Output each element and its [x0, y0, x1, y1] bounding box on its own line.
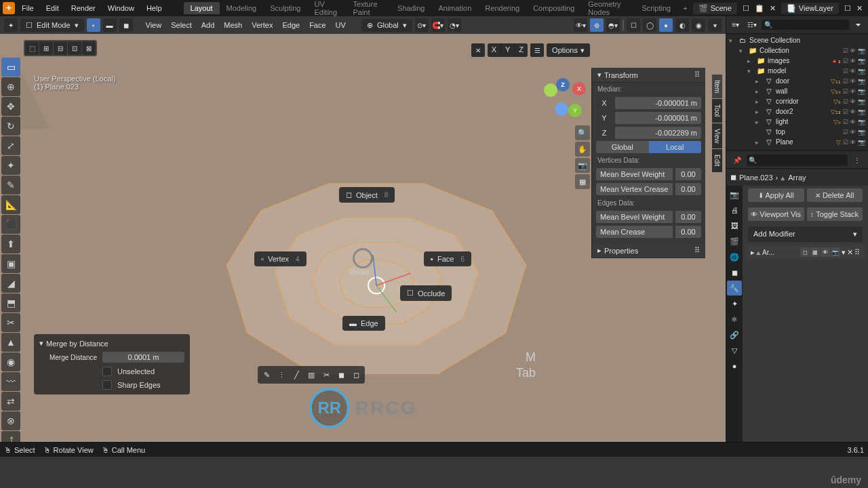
ptab-modifier[interactable]: 🔧 — [727, 281, 742, 296]
axis-y[interactable]: Y — [501, 43, 515, 57]
select-box-icon[interactable]: ⬚ — [25, 41, 39, 55]
viewlayer-new-icon[interactable]: ☐ — [844, 4, 851, 13]
tool-annotate[interactable]: ✎ — [1, 176, 20, 195]
face-select-icon[interactable]: ◼ — [119, 18, 133, 32]
tool-polybuild[interactable]: ▲ — [1, 333, 20, 352]
mean-crease-val[interactable]: 0.00 — [675, 226, 701, 238]
unselected-checkbox[interactable] — [102, 367, 112, 376]
scene-selector[interactable]: 🎬 Scene — [693, 3, 737, 14]
header-face[interactable]: Face — [306, 21, 329, 29]
tool-select-box[interactable]: ▭ — [1, 58, 20, 77]
tool-rotate[interactable]: ↻ — [1, 117, 20, 136]
prop-pin-icon[interactable]: 📌 — [730, 153, 744, 167]
scene-delete-icon[interactable]: ✕ — [770, 4, 776, 13]
outliner-search[interactable]: 🔍 — [762, 20, 849, 30]
tool-inset[interactable]: ▣ — [1, 254, 20, 273]
merge-dist-value[interactable]: 0.0001 m — [102, 352, 184, 363]
workspace-add[interactable]: + — [677, 4, 692, 12]
menu-edit[interactable]: Edit — [41, 2, 64, 14]
tool-spin[interactable]: ◉ — [1, 352, 20, 371]
viewport-vis-btn[interactable]: 👁 Viewport Vis — [748, 207, 804, 221]
properties-header[interactable]: ▸ Properties ⠿ — [592, 243, 705, 258]
tree-item-light[interactable]: ▸▽light▽₉☑ 👁 📷 — [726, 117, 868, 127]
ptab-material[interactable]: ● — [727, 359, 742, 373]
editor-type-icon[interactable]: ✦ — [4, 18, 18, 32]
snap-icon[interactable]: 🧲▾ — [431, 18, 445, 32]
ptab-render[interactable]: 📷 — [727, 187, 742, 202]
sharp-edges-checkbox[interactable] — [102, 380, 112, 390]
header-view[interactable]: View — [142, 21, 165, 29]
matprev-icon[interactable]: ◐ — [675, 18, 689, 32]
rendered-icon[interactable]: ◉ — [692, 18, 705, 32]
tree-item-corridor[interactable]: ▸▽corridor▽₈☑ 👁 📷 — [726, 96, 868, 106]
prop-search-input[interactable] — [747, 155, 848, 166]
tool-bevel[interactable]: ◢ — [1, 274, 20, 293]
workspace-texture-paint[interactable]: Texture Paint — [346, 0, 391, 18]
ptab-viewlayer[interactable]: 🖼 — [727, 218, 742, 233]
ptab-data[interactable]: ▽ — [727, 343, 742, 358]
options-button[interactable]: Options ▾ — [547, 43, 590, 57]
outliner-display-icon[interactable]: ☷▾ — [745, 18, 759, 32]
tree-item-Plane[interactable]: ▸▽Plane▽☑ 👁 📷 — [726, 137, 868, 147]
tool-smooth[interactable]: 〰 — [1, 372, 20, 391]
zoom-tool-icon[interactable]: 🔍 — [575, 125, 590, 140]
mean-crease[interactable]: Mean Crease — [596, 226, 673, 238]
select-intersect-icon[interactable]: ⊠ — [82, 41, 96, 55]
ptab-constraint[interactable]: 🔗 — [727, 327, 742, 342]
xray-icon[interactable]: ☐ — [627, 18, 640, 32]
mean-bevel-weight-e[interactable]: Mean Bevel Weight — [596, 211, 673, 223]
workspace-compositing[interactable]: Compositing — [526, 2, 581, 14]
gizmo-y[interactable]: Y — [568, 104, 582, 117]
workspace-uv-editing[interactable]: UV Editing — [307, 0, 346, 18]
tool-add-cube[interactable]: ⬛ — [1, 215, 20, 234]
n-tab-view[interactable]: View — [712, 123, 722, 149]
mod-delete-icon[interactable]: ✕ — [847, 248, 853, 257]
tool-cursor[interactable]: ⊕ — [1, 77, 20, 96]
axis-z[interactable]: Z — [515, 43, 528, 57]
menu-help[interactable]: Help — [141, 2, 167, 14]
ptab-particles[interactable]: ✦ — [727, 296, 742, 311]
median-z[interactable]: -0.002289 m — [615, 127, 701, 139]
header-select[interactable]: Select — [167, 21, 195, 29]
mod-edit-icon[interactable]: ◻ — [800, 247, 810, 257]
mean-bevel-weight-e-val[interactable]: 0.00 — [675, 211, 701, 223]
fb-more-icon[interactable]: ◻ — [349, 368, 363, 382]
menu-window[interactable]: Window — [102, 2, 140, 14]
menu-render[interactable]: Render — [66, 2, 101, 14]
vert-select-icon[interactable]: ▪ — [87, 18, 100, 32]
n-tab-tool[interactable]: Tool — [712, 99, 722, 122]
tool-transform[interactable]: ✦ — [1, 156, 20, 175]
mod-realtime-icon[interactable]: 👁 — [821, 247, 830, 257]
tree-scene-collection[interactable]: ▾🗀Scene Collection — [726, 35, 868, 45]
tree-item-Collection[interactable]: ▾📁Collection☑ 👁 📷 — [726, 45, 868, 56]
breadcrumb-mod[interactable]: Array — [788, 174, 806, 182]
shading-dropdown-icon[interactable]: ▾ — [708, 18, 722, 32]
menu-file[interactable]: File — [16, 2, 39, 14]
mod-display-icon[interactable]: ▦ — [810, 247, 820, 257]
camera-view-icon[interactable]: 📷 — [575, 158, 590, 173]
workspace-geo-nodes[interactable]: Geometry Nodes — [581, 0, 635, 18]
ptab-physics[interactable]: ⚛ — [727, 312, 742, 327]
tool-shrink[interactable]: ⊗ — [1, 411, 20, 430]
tree-item-model[interactable]: ▾📁model☑ 👁 📷 — [726, 66, 868, 76]
pan-tool-icon[interactable]: ✋ — [575, 142, 590, 157]
prop-options-icon[interactable]: ⋮ — [850, 153, 864, 167]
tree-item-top[interactable]: ▽top☑ 👁 📷 — [726, 127, 868, 137]
apply-all-btn[interactable]: ⬇ Apply All — [748, 188, 804, 202]
select-extend-icon[interactable]: ⊞ — [39, 41, 53, 55]
fb-edge-icon[interactable]: ╱ — [290, 368, 303, 382]
tool-move[interactable]: ✥ — [1, 97, 20, 116]
gizmo-toggle-icon[interactable]: ⊕ — [590, 18, 604, 32]
delete-all-btn[interactable]: ✕ Delete All — [807, 188, 863, 202]
gizmo-neg-z[interactable] — [555, 102, 568, 116]
viewlayer-selector[interactable]: 📑 ViewLayer — [781, 3, 839, 14]
toggle-stack-btn[interactable]: ↕ Toggle Stack — [807, 207, 863, 221]
blender-logo[interactable]: ✦ — [3, 2, 15, 14]
visibility-icon[interactable]: 👁▾ — [574, 18, 587, 32]
tree-item-door[interactable]: ▸▽door▽₁₁☑ 👁 📷 — [726, 76, 868, 86]
median-y[interactable]: -0.000001 m — [615, 112, 701, 124]
scene-new-icon[interactable]: ☐ — [743, 4, 749, 13]
modifier-array[interactable]: ▸⟁Ar... ◻ ▦ 👁 📷 ▾ ✕ ⠿ — [745, 245, 865, 260]
gizmo-neg-y[interactable] — [544, 83, 557, 97]
mod-render-icon[interactable]: 📷 — [831, 247, 840, 257]
